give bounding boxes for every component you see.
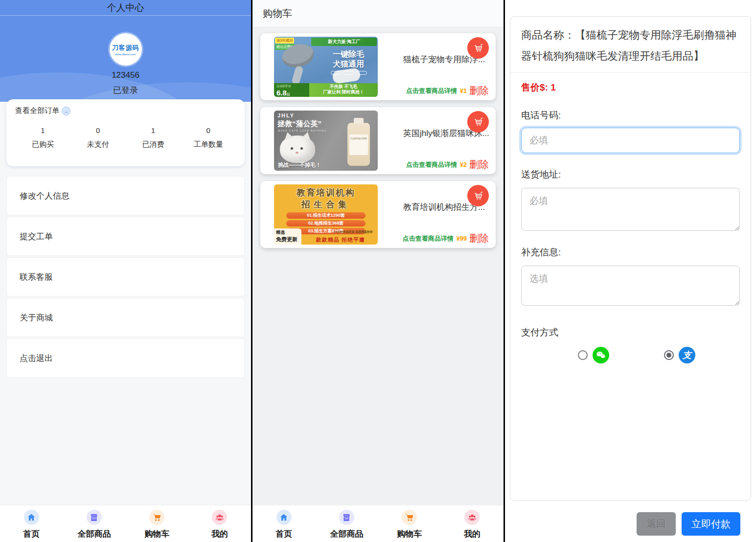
order-card: 商品名称：【猫梳子宠物专用除浮毛刷撸猫神器针梳狗狗猫咪毛发清理开结毛用品】 售价…	[510, 16, 751, 501]
menu-item-label: 点击退出	[20, 353, 53, 364]
menu-item-label: 关于商城	[20, 312, 53, 323]
menu-item-edit-profile[interactable]: 修改个人信息	[6, 176, 245, 215]
login-status: 已登录	[0, 85, 251, 96]
bottle-label: CLEAN&CARE	[349, 135, 368, 155]
cart-icon	[402, 510, 417, 525]
phone-input[interactable]	[521, 128, 740, 153]
divider	[510, 72, 751, 73]
cat-graphic	[280, 136, 315, 163]
cart-icon	[149, 510, 164, 525]
profile-hero: 个人中心 刀客源码 www.dkewl.com 123456 已登录	[0, 0, 251, 102]
wechat-icon	[593, 347, 609, 363]
menu-item-label: 提交工单	[20, 231, 53, 242]
view-all-orders-link[interactable]: 查看全部订单 →	[15, 106, 236, 115]
stat-label: 已消费	[126, 140, 181, 149]
item-price: 99	[460, 234, 467, 243]
view-detail-link[interactable]: 点击查看商品详情	[406, 87, 457, 95]
logo-url: www.dkewl.com	[115, 53, 136, 56]
menu-item-contact-support[interactable]: 联系客服	[6, 257, 245, 296]
tab-cart[interactable]: 购物车	[378, 505, 441, 542]
page-title: 个人中心	[0, 0, 251, 16]
tab-label: 我的	[211, 528, 228, 540]
tab-mine[interactable]: 我的	[441, 505, 504, 542]
menu-item-submit-ticket[interactable]: 提交工单	[6, 217, 245, 256]
home-icon	[276, 510, 292, 525]
cart-badge-icon	[467, 185, 489, 206]
address-label: 送货地址:	[521, 168, 740, 181]
orders-summary-card: 查看全部订单 → 1 已购买 0 未支付 1 已消费 0 工单数量	[6, 99, 245, 166]
ad-price: 活动到手价 6.8起	[274, 83, 309, 97]
menu-item-logout[interactable]: 点击退出	[6, 339, 245, 378]
store-icon	[87, 510, 102, 525]
delete-link[interactable]: 删除	[469, 233, 489, 243]
store-icon	[339, 510, 354, 525]
arrow-right-icon[interactable]: →	[62, 107, 70, 115]
view-all-orders-label: 查看全部订单	[15, 106, 59, 115]
ad-headline: 招生合集	[274, 199, 378, 210]
view-detail-link[interactable]: 点击查看商品详情	[403, 234, 454, 243]
tab-label: 购物车	[144, 528, 169, 540]
payment-options: 支	[521, 347, 740, 363]
payment-method-label: 支付方式	[521, 326, 740, 339]
alipay-option[interactable]: 支	[664, 347, 695, 363]
cart-item[interactable]: 教育培训机构 招生合集 01.招生话术1290套 02.地推招生368套 03.…	[260, 181, 496, 248]
user-group-icon	[464, 510, 480, 525]
tab-label: 购物车	[397, 528, 422, 540]
brush-graphic	[291, 66, 304, 86]
item-price: 2	[463, 160, 467, 169]
menu-item-label: 修改个人信息	[20, 190, 69, 202]
delete-link[interactable]: 删除	[469, 86, 489, 95]
tab-label: 全部商品	[330, 528, 363, 540]
tab-home[interactable]: 首页	[252, 505, 315, 542]
ad-headline: 一键除毛 犬猫通用	[323, 49, 374, 69]
ad-slogans: 不伤肤 不飞毛 厂家让利 限时疯抢！	[309, 83, 378, 97]
product-image: JHLY 拯救“蒲公英” MAKE CATS LOVE BATHING CLEA…	[274, 111, 378, 171]
tabbar: 首页 全部商品 购物车 我的	[252, 505, 504, 542]
back-button[interactable]: 返回	[637, 512, 676, 536]
tab-mine[interactable]: 我的	[188, 505, 251, 542]
ad-banner: 新犬力派·淘工厂	[311, 38, 377, 46]
cart-badge-icon	[467, 37, 489, 59]
tabbar: 首页 全部商品 购物车 我的	[0, 505, 251, 542]
tab-home[interactable]: 首页	[0, 505, 63, 542]
tab-label: 我的	[464, 528, 481, 540]
cart-badge-icon	[467, 111, 489, 133]
tab-cart[interactable]: 购物车	[126, 505, 188, 542]
tab-all-products[interactable]: 全部商品	[315, 505, 378, 542]
delete-link[interactable]: 删除	[469, 159, 489, 169]
view-detail-link[interactable]: 点击查看商品详情	[406, 160, 457, 169]
ad-headline: 教育培训机构	[274, 187, 378, 199]
alipay-radio[interactable]	[664, 350, 674, 360]
pay-now-button[interactable]: 立即付款	[682, 512, 740, 536]
cart-item[interactable]: 满300减30 赠送运费险 新犬力派·淘工厂 一键除毛 犬猫通用	[260, 33, 496, 100]
username: 123456	[0, 70, 251, 80]
stat-tickets: 0 工单数量	[181, 126, 236, 149]
stat-label: 未支付	[70, 140, 126, 149]
alipay-icon: 支	[679, 347, 695, 363]
tab-all-products[interactable]: 全部商品	[63, 505, 125, 542]
product-image: 满300减30 赠送运费险 新犬力派·淘工厂 一键除毛 犬猫通用	[274, 37, 378, 97]
ad-brand: JHLY	[277, 113, 295, 118]
address-textarea[interactable]	[521, 188, 740, 231]
stat-value: 1	[15, 126, 70, 135]
cart-list: 满300减30 赠送运费险 新犬力派·淘工厂 一键除毛 犬猫通用	[252, 27, 504, 248]
menu-item-about-mall[interactable]: 关于商城	[6, 298, 245, 337]
ad-corner-tag: 精选 免费更新	[274, 228, 301, 245]
currency-symbol: ¥	[460, 160, 463, 169]
order-screen: 商品名称：【猫梳子宠物专用除浮毛刷撸猫神器针梳狗狗猫咪毛发清理开结毛用品】 售价…	[505, 0, 756, 542]
stat-label: 已购买	[15, 140, 70, 149]
ad-tags	[331, 71, 367, 75]
order-footer: 返回 立即付款	[505, 501, 756, 542]
tab-label: 首页	[23, 528, 40, 540]
wechat-pay-option[interactable]	[578, 347, 609, 363]
item-price: 1	[463, 87, 467, 95]
cart-item[interactable]: JHLY 拯救“蒲公英” MAKE CATS LOVE BATHING CLEA…	[260, 107, 496, 174]
extra-info-textarea[interactable]	[521, 266, 740, 306]
stat-unpaid: 0 未支付	[70, 126, 126, 149]
currency-symbol: ¥	[457, 234, 460, 243]
ad-headline: 拯救“蒲公英”	[277, 119, 321, 129]
profile-menu: 修改个人信息 提交工单 联系客服 关于商城 点击退出	[6, 176, 245, 378]
user-group-icon	[212, 510, 227, 525]
wechat-radio[interactable]	[578, 350, 588, 360]
currency-symbol: ¥	[460, 87, 463, 95]
